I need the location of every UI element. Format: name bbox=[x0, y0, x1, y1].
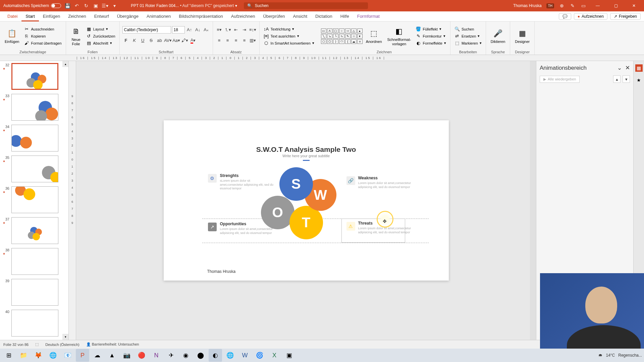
shape-callout-icon[interactable]: ⬭ bbox=[339, 39, 344, 44]
user-avatar[interactable]: TH bbox=[546, 3, 554, 8]
tab-view[interactable]: Ansicht bbox=[289, 11, 311, 21]
dictate-button[interactable]: 🎤Diktieren bbox=[489, 27, 507, 44]
slide-canvas[interactable]: S.W.O.T Analysis Sample Two Write here y… bbox=[76, 61, 536, 340]
autosave-toggle[interactable]: Automatisches Speichern bbox=[3, 3, 61, 8]
highlight-icon[interactable]: 🖍▾ bbox=[181, 37, 189, 44]
shape-effects-button[interactable]: ◐Formeffekte▾ bbox=[414, 40, 447, 46]
change-case-icon[interactable]: Aa▾ bbox=[173, 37, 180, 44]
thumbnail-36[interactable]: 36★ bbox=[0, 184, 68, 215]
tab-record[interactable]: Aufzeichnen bbox=[227, 11, 259, 21]
file-explorer-icon[interactable]: 📁 bbox=[17, 349, 30, 362]
word-icon[interactable]: W bbox=[238, 349, 252, 362]
shapes-gallery[interactable]: ▭A▢○⇨△▴ ╲↘└∿✎☆▾ ⬡⬠⟩⬭{☁≡ bbox=[321, 28, 363, 44]
numbering-icon[interactable]: ⒈▾ bbox=[224, 26, 231, 34]
selection-box[interactable] bbox=[341, 219, 405, 243]
shape-bracket-icon[interactable]: { bbox=[345, 39, 351, 44]
horizontal-ruler[interactable]: | 16 | 15 | 14 | 13 | 12 | 11 | 10 | 9 |… bbox=[0, 55, 644, 61]
outlook-icon[interactable]: 📧 bbox=[61, 349, 74, 362]
vertical-scrollbar[interactable] bbox=[530, 61, 536, 340]
shadow-icon[interactable]: ab bbox=[156, 37, 163, 44]
obs-icon[interactable]: ⬤ bbox=[194, 349, 207, 362]
redo-icon[interactable]: ↻ bbox=[83, 3, 89, 9]
tab-draw[interactable]: Zeichnen bbox=[64, 11, 90, 21]
section-button[interactable]: ▤Abschnitt▾ bbox=[85, 40, 117, 46]
circle-s[interactable]: S bbox=[279, 167, 313, 201]
comments-button[interactable]: 💬 bbox=[559, 13, 571, 20]
app-icon[interactable]: ◉ bbox=[179, 349, 193, 362]
slide-thumbnail-panel[interactable]: ▴ 32★ 33★ 34★ 35★ 36★ 37★ 38★ bbox=[0, 61, 69, 340]
italic-icon[interactable]: K bbox=[131, 37, 138, 44]
shape-star-icon[interactable]: ☆ bbox=[351, 34, 357, 39]
bullets-icon[interactable]: ≡▾ bbox=[216, 26, 223, 34]
onenote-icon[interactable]: N bbox=[150, 349, 163, 362]
cloud-sync-icon[interactable]: ⊕ bbox=[559, 3, 565, 9]
shape-arrow-line-icon[interactable]: ↘ bbox=[327, 34, 332, 39]
weakness-text[interactable]: WeaknessLorem ipsum dolor sit amet,conse… bbox=[358, 176, 412, 189]
app-icon[interactable]: 🌐 bbox=[223, 349, 237, 362]
bold-icon[interactable]: F bbox=[122, 37, 130, 44]
slide-subtitle[interactable]: Write here your great subtitle bbox=[164, 154, 449, 161]
accessibility-status[interactable]: 👤 Barrierefreiheit: Untersuchen bbox=[86, 342, 139, 347]
cut-button[interactable]: ✂Ausschneiden bbox=[22, 26, 63, 32]
select-button[interactable]: ⬚Markieren▾ bbox=[453, 40, 483, 46]
copy-button[interactable]: ⎘Kopieren bbox=[22, 33, 63, 39]
slide-footer[interactable]: Thomas Hruska bbox=[207, 269, 236, 274]
arrange-button[interactable]: ⬚Anordnen bbox=[364, 27, 384, 44]
align-right-icon[interactable]: ≡ bbox=[232, 37, 240, 44]
font-name-select[interactable] bbox=[122, 26, 171, 34]
record-button[interactable]: ●Aufzeichnen bbox=[574, 13, 607, 20]
circle-t[interactable]: T bbox=[289, 206, 323, 239]
clear-format-icon[interactable]: Aₓ bbox=[203, 26, 210, 34]
underline-icon[interactable]: U bbox=[139, 37, 147, 44]
shape-more-up-icon[interactable]: ▴ bbox=[357, 28, 363, 33]
text-direction-button[interactable]: ↕ATextrichtung▾ bbox=[262, 26, 316, 32]
coming-soon-icon[interactable]: ✎ bbox=[570, 3, 576, 9]
telegram-icon[interactable]: ✈ bbox=[164, 349, 178, 362]
shape-textbox-icon[interactable]: A bbox=[327, 28, 332, 33]
system-tray[interactable]: 🌧 14°C Regenscha... bbox=[598, 353, 642, 358]
vertical-ruler[interactable]: 9876543210123456789 bbox=[69, 61, 76, 340]
paste-button[interactable]: 📋Einfügen bbox=[3, 27, 21, 44]
increase-indent-icon[interactable]: ⇥ bbox=[241, 26, 248, 34]
thumbnail-40[interactable]: 40 bbox=[0, 308, 68, 339]
tab-start[interactable]: Start bbox=[21, 11, 39, 21]
convert-smartart-button[interactable]: ⬡In SmartArt konvertieren▾ bbox=[262, 40, 316, 46]
strengths-icon[interactable]: ⚙ bbox=[208, 174, 217, 183]
align-center-icon[interactable]: ≡ bbox=[224, 37, 231, 44]
shape-tri-icon[interactable]: △ bbox=[351, 28, 357, 33]
language-status[interactable]: Deutsch (Österreich) bbox=[45, 343, 79, 347]
touch-mode-icon[interactable]: ☰▾ bbox=[102, 3, 108, 9]
window-mode-icon[interactable]: ▭ bbox=[580, 3, 586, 9]
justify-icon[interactable]: ≡ bbox=[241, 37, 248, 44]
new-slide-button[interactable]: 🗎Neue Folie bbox=[69, 25, 84, 46]
powerpoint-icon[interactable]: P bbox=[76, 349, 89, 362]
spell-check-icon[interactable]: ⬚ bbox=[35, 342, 39, 347]
align-left-icon[interactable]: ≡ bbox=[216, 37, 223, 44]
save-icon[interactable]: 💾 bbox=[64, 3, 70, 9]
app-icon[interactable]: 📷 bbox=[120, 349, 133, 362]
start-button[interactable]: ⊞ bbox=[2, 349, 15, 362]
vlc-icon[interactable]: ▲ bbox=[105, 349, 119, 362]
app-icon[interactable]: ▣ bbox=[282, 349, 296, 362]
move-up-icon[interactable]: ▴ bbox=[613, 75, 621, 83]
app-icon[interactable]: ◐ bbox=[209, 349, 222, 362]
decrease-font-icon[interactable]: A↓ bbox=[194, 26, 202, 34]
shape-circle-icon[interactable]: ○ bbox=[339, 28, 344, 33]
shape-line-icon[interactable]: ╲ bbox=[321, 34, 326, 39]
font-color-icon[interactable]: A▾ bbox=[190, 37, 197, 44]
thumbnail-37[interactable]: 37★ bbox=[0, 215, 68, 246]
slide[interactable]: S.W.O.T Analysis Sample Two Write here y… bbox=[164, 120, 449, 281]
tab-transitions[interactable]: Übergänge bbox=[113, 11, 143, 21]
shape-cloud-icon[interactable]: ☁ bbox=[351, 39, 357, 44]
shape-arrow-icon[interactable]: ⇨ bbox=[345, 28, 351, 33]
shape-curve-icon[interactable]: ∿ bbox=[339, 34, 344, 39]
thumbnail-34[interactable]: 34★ bbox=[0, 123, 68, 154]
shape-rect-icon[interactable]: ▭ bbox=[321, 28, 326, 33]
strengths-text[interactable]: StrenghtssLorem ipsum dolor sit amet,con… bbox=[220, 173, 274, 191]
close-button[interactable]: ✕ bbox=[627, 0, 641, 11]
tab-slideshow[interactable]: Bildschirmpräsentation bbox=[175, 11, 227, 21]
font-size-select[interactable] bbox=[172, 26, 185, 34]
present-icon[interactable]: ▣ bbox=[93, 3, 99, 9]
shape-chevron-icon[interactable]: ⟩ bbox=[333, 39, 338, 44]
shape-free-icon[interactable]: ✎ bbox=[345, 34, 351, 39]
